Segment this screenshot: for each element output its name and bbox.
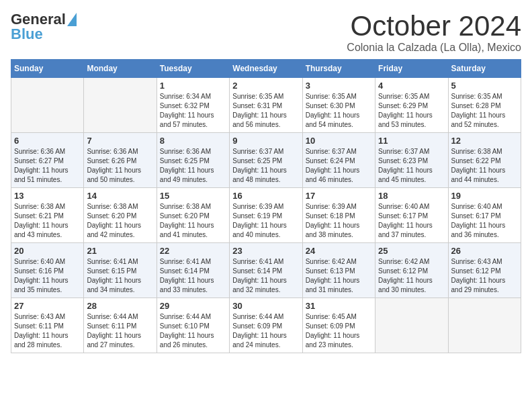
calendar-cell: [11, 78, 84, 133]
calendar-week-row: 13Sunrise: 6:38 AMSunset: 6:21 PMDayligh…: [11, 188, 521, 243]
calendar-cell: 22Sunrise: 6:41 AMSunset: 6:14 PMDayligh…: [157, 243, 229, 298]
day-number: 16: [232, 191, 299, 201]
weekday-header: Tuesday: [157, 60, 229, 78]
calendar-cell: 2Sunrise: 6:35 AMSunset: 6:31 PMDaylight…: [230, 78, 302, 133]
cell-info: Sunrise: 6:38 AMSunset: 6:20 PMDaylight:…: [87, 202, 153, 240]
day-number: 6: [14, 136, 81, 146]
month-title: October 2024: [347, 11, 521, 42]
calendar-cell: 6Sunrise: 6:36 AMSunset: 6:27 PMDaylight…: [11, 133, 84, 188]
calendar-week-row: 6Sunrise: 6:36 AMSunset: 6:27 PMDaylight…: [11, 133, 521, 188]
calendar-cell: 11Sunrise: 6:37 AMSunset: 6:23 PMDayligh…: [375, 133, 448, 188]
day-number: 17: [306, 191, 372, 201]
cell-info: Sunrise: 6:41 AMSunset: 6:14 PMDaylight:…: [232, 257, 299, 295]
calendar-cell: 16Sunrise: 6:39 AMSunset: 6:19 PMDayligh…: [230, 188, 302, 243]
logo: General Blue: [11, 11, 77, 43]
calendar-table: SundayMondayTuesdayWednesdayThursdayFrid…: [11, 59, 521, 353]
day-number: 15: [160, 191, 226, 201]
day-number: 26: [451, 246, 518, 256]
calendar-cell: 20Sunrise: 6:40 AMSunset: 6:16 PMDayligh…: [11, 243, 84, 298]
calendar-cell: 26Sunrise: 6:43 AMSunset: 6:12 PMDayligh…: [448, 243, 521, 298]
calendar-cell: 12Sunrise: 6:38 AMSunset: 6:22 PMDayligh…: [448, 133, 521, 188]
calendar-cell: 15Sunrise: 6:38 AMSunset: 6:20 PMDayligh…: [157, 188, 229, 243]
day-number: 19: [451, 191, 518, 201]
cell-info: Sunrise: 6:34 AMSunset: 6:32 PMDaylight:…: [160, 92, 226, 130]
calendar-cell: 23Sunrise: 6:41 AMSunset: 6:14 PMDayligh…: [230, 243, 302, 298]
calendar-cell: 25Sunrise: 6:42 AMSunset: 6:12 PMDayligh…: [375, 243, 448, 298]
day-number: 25: [378, 246, 445, 256]
day-number: 7: [87, 136, 153, 146]
page-header: General Blue October 2024 Colonia la Cal…: [11, 11, 521, 54]
day-number: 2: [232, 81, 299, 91]
day-number: 20: [14, 246, 81, 256]
weekday-header: Monday: [84, 60, 157, 78]
cell-info: Sunrise: 6:35 AMSunset: 6:31 PMDaylight:…: [232, 92, 299, 130]
day-number: 27: [14, 301, 81, 311]
calendar-cell: 31Sunrise: 6:45 AMSunset: 6:09 PMDayligh…: [302, 298, 375, 353]
calendar-cell: 19Sunrise: 6:40 AMSunset: 6:17 PMDayligh…: [448, 188, 521, 243]
cell-info: Sunrise: 6:38 AMSunset: 6:21 PMDaylight:…: [14, 202, 81, 240]
cell-info: Sunrise: 6:44 AMSunset: 6:09 PMDaylight:…: [232, 312, 299, 350]
cell-info: Sunrise: 6:40 AMSunset: 6:17 PMDaylight:…: [451, 202, 518, 240]
cell-info: Sunrise: 6:40 AMSunset: 6:16 PMDaylight:…: [14, 257, 81, 295]
calendar-cell: 28Sunrise: 6:44 AMSunset: 6:11 PMDayligh…: [84, 298, 157, 353]
title-block: October 2024 Colonia la Calzada (La Olla…: [347, 11, 521, 54]
cell-info: Sunrise: 6:43 AMSunset: 6:11 PMDaylight:…: [14, 312, 81, 350]
cell-info: Sunrise: 6:37 AMSunset: 6:23 PMDaylight:…: [378, 147, 445, 185]
cell-info: Sunrise: 6:35 AMSunset: 6:29 PMDaylight:…: [378, 92, 445, 130]
day-number: 22: [160, 246, 226, 256]
day-number: 24: [306, 246, 372, 256]
day-number: 11: [378, 136, 445, 146]
day-number: 21: [87, 246, 153, 256]
cell-info: Sunrise: 6:39 AMSunset: 6:19 PMDaylight:…: [232, 202, 299, 240]
cell-info: Sunrise: 6:42 AMSunset: 6:12 PMDaylight:…: [378, 257, 445, 295]
logo-triangle-icon: [67, 13, 77, 26]
calendar-cell: 10Sunrise: 6:37 AMSunset: 6:24 PMDayligh…: [302, 133, 375, 188]
day-number: 18: [378, 191, 445, 201]
cell-info: Sunrise: 6:36 AMSunset: 6:27 PMDaylight:…: [14, 147, 81, 185]
calendar-cell: 9Sunrise: 6:37 AMSunset: 6:25 PMDaylight…: [230, 133, 302, 188]
day-number: 3: [306, 81, 372, 91]
calendar-cell: [84, 78, 157, 133]
calendar-cell: 24Sunrise: 6:42 AMSunset: 6:13 PMDayligh…: [302, 243, 375, 298]
cell-info: Sunrise: 6:44 AMSunset: 6:10 PMDaylight:…: [160, 312, 226, 350]
day-number: 29: [160, 301, 226, 311]
calendar-cell: 5Sunrise: 6:35 AMSunset: 6:28 PMDaylight…: [448, 78, 521, 133]
cell-info: Sunrise: 6:44 AMSunset: 6:11 PMDaylight:…: [87, 312, 153, 350]
day-number: 23: [232, 246, 299, 256]
calendar-cell: 17Sunrise: 6:39 AMSunset: 6:18 PMDayligh…: [302, 188, 375, 243]
cell-info: Sunrise: 6:45 AMSunset: 6:09 PMDaylight:…: [306, 312, 372, 350]
cell-info: Sunrise: 6:35 AMSunset: 6:30 PMDaylight:…: [306, 92, 372, 130]
cell-info: Sunrise: 6:41 AMSunset: 6:14 PMDaylight:…: [160, 257, 226, 295]
weekday-header: Sunday: [11, 60, 84, 78]
cell-info: Sunrise: 6:37 AMSunset: 6:24 PMDaylight:…: [306, 147, 372, 185]
weekday-header: Friday: [375, 60, 448, 78]
weekday-header: Wednesday: [230, 60, 302, 78]
cell-info: Sunrise: 6:43 AMSunset: 6:12 PMDaylight:…: [451, 257, 518, 295]
cell-info: Sunrise: 6:35 AMSunset: 6:28 PMDaylight:…: [451, 92, 518, 130]
calendar-cell: 8Sunrise: 6:36 AMSunset: 6:25 PMDaylight…: [157, 133, 229, 188]
calendar-cell: 1Sunrise: 6:34 AMSunset: 6:32 PMDaylight…: [157, 78, 229, 133]
weekday-header: Thursday: [302, 60, 375, 78]
cell-info: Sunrise: 6:41 AMSunset: 6:15 PMDaylight:…: [87, 257, 153, 295]
cell-info: Sunrise: 6:40 AMSunset: 6:17 PMDaylight:…: [378, 202, 445, 240]
cell-info: Sunrise: 6:37 AMSunset: 6:25 PMDaylight:…: [232, 147, 299, 185]
logo-blue: Blue: [11, 26, 43, 43]
cell-info: Sunrise: 6:36 AMSunset: 6:25 PMDaylight:…: [160, 147, 226, 185]
calendar-cell: 21Sunrise: 6:41 AMSunset: 6:15 PMDayligh…: [84, 243, 157, 298]
day-number: 9: [232, 136, 299, 146]
calendar-cell: 30Sunrise: 6:44 AMSunset: 6:09 PMDayligh…: [230, 298, 302, 353]
calendar-week-row: 1Sunrise: 6:34 AMSunset: 6:32 PMDaylight…: [11, 78, 521, 133]
day-number: 10: [306, 136, 372, 146]
calendar-cell: 29Sunrise: 6:44 AMSunset: 6:10 PMDayligh…: [157, 298, 229, 353]
cell-info: Sunrise: 6:38 AMSunset: 6:20 PMDaylight:…: [160, 202, 226, 240]
calendar-cell: 3Sunrise: 6:35 AMSunset: 6:30 PMDaylight…: [302, 78, 375, 133]
day-number: 1: [160, 81, 226, 91]
cell-info: Sunrise: 6:38 AMSunset: 6:22 PMDaylight:…: [451, 147, 518, 185]
weekday-header-row: SundayMondayTuesdayWednesdayThursdayFrid…: [11, 60, 521, 78]
cell-info: Sunrise: 6:39 AMSunset: 6:18 PMDaylight:…: [306, 202, 372, 240]
day-number: 31: [306, 301, 372, 311]
day-number: 4: [378, 81, 445, 91]
weekday-header: Saturday: [448, 60, 521, 78]
calendar-week-row: 27Sunrise: 6:43 AMSunset: 6:11 PMDayligh…: [11, 298, 521, 353]
day-number: 5: [451, 81, 518, 91]
